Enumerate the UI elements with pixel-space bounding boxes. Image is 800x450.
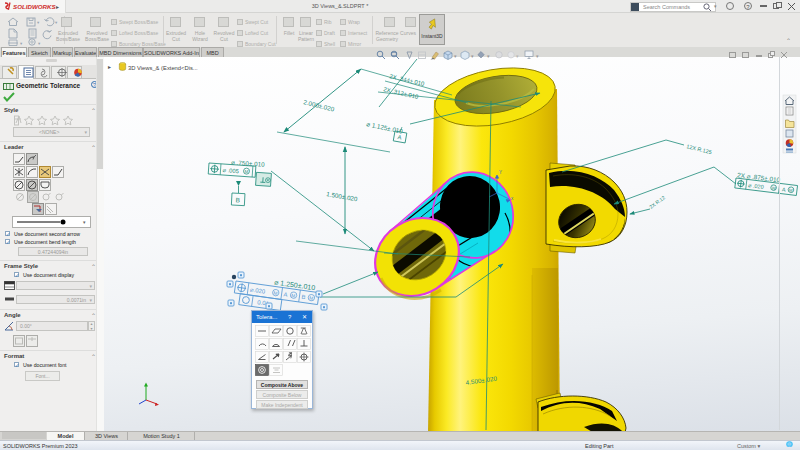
svg-text:M: M xyxy=(244,169,248,174)
svg-text:▸: ▸ xyxy=(108,64,111,70)
svg-text:⌀.020: ⌀.020 xyxy=(250,287,267,295)
svg-text:B: B xyxy=(301,294,306,301)
svg-text:▾: ▾ xyxy=(20,41,23,46)
svg-text:A: A xyxy=(397,134,402,141)
svg-text:SOLIDWORKS: SOLIDWORKS xyxy=(13,3,56,10)
svg-text:2X .312±.010: 2X .312±.010 xyxy=(383,86,420,100)
svg-text:1.500±.020: 1.500±.020 xyxy=(326,190,359,202)
svg-text:▾: ▾ xyxy=(471,53,474,59)
svg-text:▾: ▾ xyxy=(55,20,58,25)
svg-text:▾: ▾ xyxy=(516,53,519,59)
svg-text:2.000±.020: 2.000±.020 xyxy=(303,98,336,113)
svg-text:▾: ▾ xyxy=(37,20,40,25)
svg-text:12X R.125: 12X R.125 xyxy=(686,143,713,155)
svg-text:M: M xyxy=(273,291,278,297)
svg-text:▾: ▾ xyxy=(454,53,457,59)
svg-text:▾: ▾ xyxy=(38,41,41,46)
svg-text:⌀ .005: ⌀ .005 xyxy=(222,167,239,174)
svg-text:⌀ .020: ⌀ .020 xyxy=(748,182,764,190)
svg-text:M: M xyxy=(291,293,296,299)
svg-text:⌀ 1.125±.010: ⌀ 1.125±.010 xyxy=(366,120,404,135)
svg-text:▾: ▾ xyxy=(487,53,490,59)
svg-text:⌀ .750±.010: ⌀ .750±.010 xyxy=(231,159,265,168)
svg-text:A: A xyxy=(283,291,288,298)
svg-text:2X ⌀ .875±.010: 2X ⌀ .875±.010 xyxy=(737,171,781,183)
svg-text:A: A xyxy=(782,186,787,192)
svg-text:3D Views_& (Extend<Dis...: 3D Views_& (Extend<Dis... xyxy=(128,65,198,71)
svg-text:M: M xyxy=(309,296,314,302)
svg-text:▾: ▾ xyxy=(536,53,539,59)
svg-text:2X R.12: 2X R.12 xyxy=(648,194,666,210)
svg-text:2X .344±.010: 2X .344±.010 xyxy=(389,73,426,87)
svg-text:B: B xyxy=(235,196,240,203)
svg-text:Y: Y xyxy=(499,170,502,175)
